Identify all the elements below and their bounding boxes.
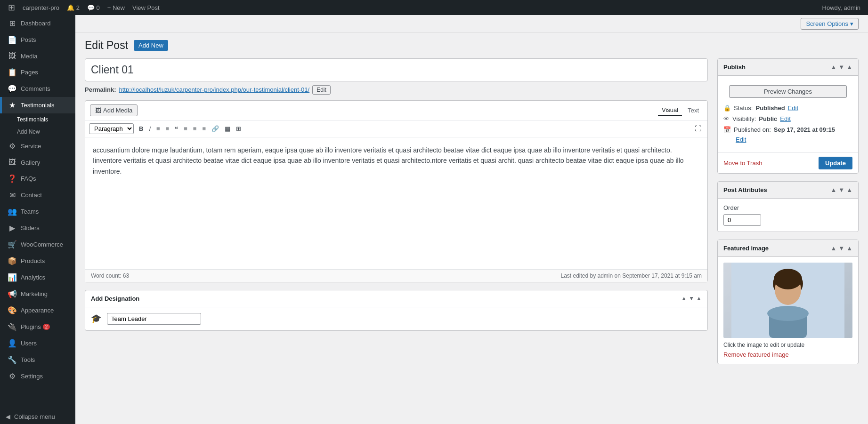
align-center-button[interactable]: ≡ xyxy=(191,124,199,134)
comments-count[interactable]: 🔔 2 xyxy=(63,0,83,15)
admin-bar: ⊞ carpenter-pro 🔔 2 💬 0 + New View Post … xyxy=(0,0,868,15)
text-tab[interactable]: Text xyxy=(684,105,703,116)
status-edit-link[interactable]: Edit xyxy=(788,104,798,112)
permalink-edit-button[interactable]: Edit xyxy=(312,85,331,95)
grid-button[interactable]: ⊞ xyxy=(234,124,243,134)
close-icon[interactable]: ▲ xyxy=(846,186,852,193)
italic-button[interactable]: I xyxy=(146,124,153,134)
users-icon: 👤 xyxy=(8,339,17,348)
permalink-url[interactable]: http://localhost/luzuk/carpenter-pro/ind… xyxy=(119,86,309,93)
blockquote-button[interactable]: ❝ xyxy=(172,124,180,134)
notifications-count[interactable]: 💬 0 xyxy=(83,0,104,15)
move-to-trash-link[interactable]: Move to Trash xyxy=(723,160,762,167)
add-media-button[interactable]: 🖼 Add Media xyxy=(90,104,138,116)
screen-options-button[interactable]: Screen Options ▾ xyxy=(801,18,859,30)
teams-icon: 👥 xyxy=(8,207,17,216)
collapse-menu-button[interactable]: ◀ Collapse menu xyxy=(0,409,75,424)
svg-point-5 xyxy=(767,306,809,321)
preview-changes-button[interactable]: Preview Changes xyxy=(729,85,847,98)
sidebar-item-dashboard[interactable]: ⊞ Dashboard xyxy=(0,15,75,32)
bold-button[interactable]: B xyxy=(137,124,146,134)
toggle-icon[interactable]: ▲ xyxy=(696,295,702,302)
designation-input[interactable] xyxy=(107,313,201,325)
update-button[interactable]: Update xyxy=(819,157,852,169)
person-illustration xyxy=(723,263,852,338)
designation-box-title: Add Designation xyxy=(91,295,139,302)
visual-text-tabs: Visual Text xyxy=(658,105,703,116)
woocommerce-icon: 🛒 xyxy=(8,240,17,249)
sidebar-item-service[interactable]: ⚙ Service xyxy=(0,138,75,154)
remove-featured-image-link[interactable]: Remove featured image xyxy=(723,351,789,358)
publish-panel-header[interactable]: Publish ▲ ▼ ▲ xyxy=(718,59,858,76)
unordered-list-button[interactable]: ≡ xyxy=(154,124,162,134)
close-icon[interactable]: ▲ xyxy=(846,64,852,71)
last-edited: Last edited by admin on September 17, 20… xyxy=(560,272,702,279)
sidebar-item-faqs[interactable]: ❓ FAQs xyxy=(0,170,75,187)
sidebar-item-gallery[interactable]: 🖼 Gallery xyxy=(0,154,75,170)
post-title-input[interactable] xyxy=(85,59,707,81)
sidebar-item-analytics[interactable]: 📊 Analytics xyxy=(0,269,75,286)
post-attributes-title: Post Attributes xyxy=(723,186,767,193)
visual-tab[interactable]: Visual xyxy=(658,105,682,116)
view-post-link[interactable]: View Post xyxy=(129,0,163,15)
ordered-list-button[interactable]: ≡ xyxy=(163,124,172,134)
chevron-down-icon[interactable]: ▼ xyxy=(838,64,844,71)
sidebar-item-products[interactable]: 📦 Products xyxy=(0,253,75,269)
sidebar-item-tools[interactable]: 🔧 Tools xyxy=(0,352,75,368)
sidebar-item-media[interactable]: 🖼 Media xyxy=(0,48,75,64)
sidebar-subitem-addnew[interactable]: Add New xyxy=(0,126,75,138)
sidebar-item-users[interactable]: 👤 Users xyxy=(0,335,75,352)
close-icon[interactable]: ▲ xyxy=(846,245,852,252)
sidebar-item-sliders[interactable]: ▶ Sliders xyxy=(0,220,75,236)
chevron-up-icon[interactable]: ▲ xyxy=(830,64,836,71)
sidebar-item-teams[interactable]: 👥 Teams xyxy=(0,203,75,220)
post-attributes-controls: ▲ ▼ ▲ xyxy=(830,186,852,193)
pages-icon: 📋 xyxy=(8,68,17,77)
editor-text: accusantium dolore mque laudantium, tota… xyxy=(93,145,700,176)
status-label: Status: xyxy=(734,104,753,112)
sidebar-item-comments[interactable]: 💬 Comments xyxy=(0,80,75,97)
sidebar-item-testimonials[interactable]: ★ Testimonials xyxy=(0,97,75,113)
site-name[interactable]: carpenter-pro xyxy=(19,0,63,15)
sidebar-subitem-testimonials[interactable]: Testimonials xyxy=(0,113,75,126)
visibility-row: 👁 Visibility: Public Edit xyxy=(723,113,852,124)
designation-box-header[interactable]: Add Designation ▲ ▼ ▲ xyxy=(85,290,707,307)
sidebar-item-plugins[interactable]: 🔌 Plugins 2 xyxy=(0,319,75,335)
sidebar-item-marketing[interactable]: 📢 Marketing xyxy=(0,286,75,302)
sidebar-item-label: Contact xyxy=(21,192,42,199)
chevron-down-icon[interactable]: ▼ xyxy=(838,245,844,252)
align-right-button[interactable]: ≡ xyxy=(200,124,208,134)
sidebar-item-settings[interactable]: ⚙ Settings xyxy=(0,368,75,384)
chevron-up-icon[interactable]: ▲ xyxy=(681,295,687,302)
chevron-up-icon[interactable]: ▲ xyxy=(830,245,836,252)
editor-box: 🖼 Add Media Visual Text Paragraph xyxy=(85,100,708,282)
designation-cap-icon: 🎓 xyxy=(91,313,101,324)
chevron-down-icon[interactable]: ▼ xyxy=(838,186,844,193)
sidebar-item-posts[interactable]: 📄 Posts xyxy=(0,32,75,48)
featured-image-header[interactable]: Featured image ▲ ▼ ▲ xyxy=(718,240,858,257)
editor-content[interactable]: accusantium dolore mque laudantium, tota… xyxy=(85,137,707,269)
align-left-button[interactable]: ≡ xyxy=(181,124,190,134)
sidebar-item-pages[interactable]: 📋 Pages xyxy=(0,64,75,80)
order-input[interactable] xyxy=(723,214,761,226)
chevron-up-icon[interactable]: ▲ xyxy=(830,186,836,193)
sidebar-item-woocommerce[interactable]: 🛒 WooCommerce xyxy=(0,236,75,253)
wp-logo[interactable]: ⊞ xyxy=(4,0,19,15)
published-row: 📅 Published on: Sep 17, 2021 at 09:15 xyxy=(723,124,852,135)
post-attributes-header[interactable]: Post Attributes ▲ ▼ ▲ xyxy=(718,182,858,199)
sidebar-item-contact[interactable]: ✉ Contact xyxy=(0,187,75,203)
add-new-button[interactable]: Add New xyxy=(134,40,168,51)
table-button[interactable]: ▦ xyxy=(222,124,233,134)
chevron-down-icon[interactable]: ▼ xyxy=(689,295,694,302)
sidebar-item-label: FAQs xyxy=(21,175,36,182)
new-item-button[interactable]: + New xyxy=(104,0,129,15)
fullscreen-button[interactable]: ⛶ xyxy=(692,123,704,134)
link-button[interactable]: 🔗 xyxy=(209,124,221,134)
products-icon: 📦 xyxy=(8,256,17,265)
sidebar-item-appearance[interactable]: 🎨 Appearance xyxy=(0,302,75,319)
published-edit-link[interactable]: Edit xyxy=(736,136,746,143)
visibility-edit-link[interactable]: Edit xyxy=(780,115,790,122)
status-icon: 🔒 xyxy=(723,104,731,112)
paragraph-select[interactable]: Paragraph xyxy=(89,123,134,134)
featured-image-thumbnail[interactable] xyxy=(723,263,852,338)
